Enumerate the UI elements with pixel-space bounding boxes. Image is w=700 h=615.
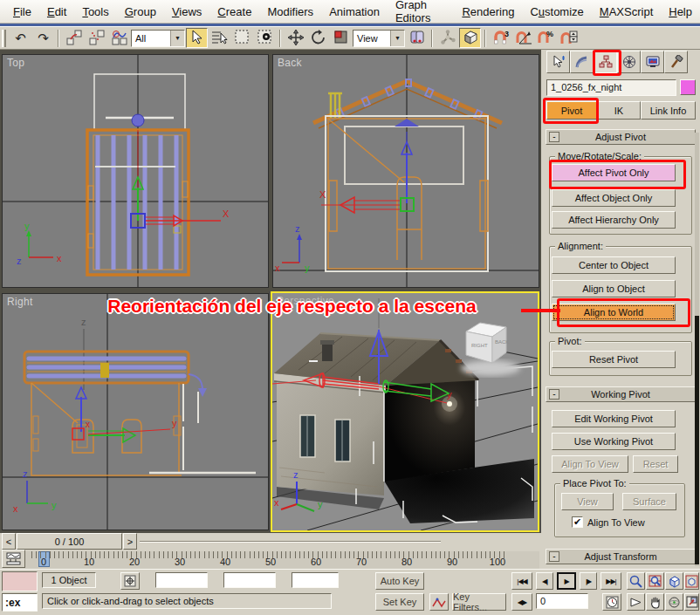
arc-rotate-button[interactable] — [665, 593, 683, 611]
align-to-view-checkbox[interactable]: ✔ — [572, 516, 583, 528]
object-color-swatch[interactable] — [680, 79, 696, 95]
rollout-adjust-transform[interactable]: - Adjust Transform — [546, 549, 696, 564]
go-to-start-button[interactable]: |◀◀ — [511, 572, 532, 590]
menu-tools[interactable]: Tools — [74, 5, 116, 18]
percent-snap-toggle-button[interactable]: % — [535, 28, 557, 48]
angle-snap-toggle-button[interactable] — [512, 28, 534, 48]
min-max-toggle-button[interactable] — [684, 593, 699, 611]
zoom-all-button[interactable] — [646, 572, 664, 590]
undo-button[interactable]: ↶ — [10, 28, 31, 48]
subtab-link-info[interactable]: Link Info — [641, 101, 696, 120]
affect-hierarchy-only-button[interactable]: Affect Hierarchy Only — [552, 211, 676, 229]
bind-to-space-warp-button[interactable] — [108, 28, 130, 48]
maxscript-mini-listener[interactable]: :ex — [2, 593, 38, 612]
tab-create[interactable] — [546, 51, 570, 73]
select-and-link-button[interactable] — [63, 28, 85, 48]
time-slider-next-button[interactable]: > — [123, 533, 137, 550]
menu-group[interactable]: Group — [117, 5, 164, 18]
zoom-extents-all-button[interactable] — [684, 572, 699, 590]
current-frame-field[interactable]: 0 — [536, 593, 588, 609]
field-of-view-button[interactable] — [627, 593, 645, 611]
window-crossing-button[interactable] — [254, 28, 276, 48]
viewport-top[interactable]: X y x z Top — [2, 54, 269, 288]
viewport-perspective[interactable]: y RIGHT BACK z x y Perspective — [271, 291, 539, 532]
key-filters-button[interactable]: Key Filters... — [452, 593, 506, 611]
tab-motion[interactable] — [617, 51, 641, 73]
menu-create[interactable]: Create — [209, 5, 259, 18]
subtab-pivot[interactable]: Pivot — [546, 101, 597, 120]
edit-working-pivot-button[interactable]: Edit Working Pivot — [552, 410, 676, 427]
viewport-back[interactable]: X z x y Back — [272, 54, 539, 288]
select-and-rotate-button[interactable] — [307, 28, 329, 48]
align-to-world-button[interactable]: Align to World — [552, 304, 676, 321]
go-to-end-button[interactable]: ▶▶| — [600, 572, 621, 590]
time-configuration-button[interactable] — [602, 593, 621, 611]
set-key-button[interactable]: Set Key — [375, 593, 424, 611]
rollout-adjust-pivot[interactable]: - Adjust Pivot — [546, 129, 696, 145]
next-frame-button[interactable]: |▶ — [580, 572, 597, 590]
use-working-pivot-button[interactable]: Use Working Pivot — [552, 433, 676, 450]
tab-display[interactable] — [641, 51, 664, 73]
menu-modifiers[interactable]: Modifiers — [259, 5, 321, 18]
zoom-extents-button[interactable] — [665, 572, 683, 590]
object-name-field[interactable]: 1_0256_fx_night — [546, 79, 676, 96]
selection-filter-dropdown[interactable]: All ▼ — [131, 30, 185, 47]
play-button[interactable]: ▶ — [557, 572, 576, 590]
align-to-view-button[interactable]: Align To View — [552, 455, 628, 473]
panel-scrollbar[interactable] — [695, 133, 699, 566]
subtab-ik[interactable]: IK — [597, 101, 641, 120]
align-to-object-button[interactable]: Align to Object — [552, 280, 676, 297]
place-pivot-view-button[interactable]: View — [561, 493, 614, 510]
reference-coord-system-dropdown[interactable]: View ▼ — [353, 30, 405, 47]
menu-animation[interactable]: Animation — [321, 5, 388, 18]
default-tangent-button[interactable] — [429, 593, 449, 611]
unlink-selection-button[interactable] — [86, 28, 107, 48]
x-coordinate-field[interactable] — [155, 572, 208, 588]
select-and-move-button[interactable] — [285, 28, 306, 48]
zoom-button[interactable] — [627, 572, 645, 590]
previous-frame-button[interactable]: ◀| — [536, 572, 553, 590]
pan-button[interactable] — [646, 593, 664, 611]
rectangular-selection-region-button[interactable] — [231, 28, 253, 48]
time-slider-track[interactable] — [140, 541, 441, 543]
y-coordinate-field[interactable] — [223, 572, 276, 588]
mini-curve-editor-button[interactable] — [2, 550, 25, 568]
menu-views[interactable]: Views — [164, 5, 209, 18]
select-by-name-button[interactable] — [209, 28, 230, 48]
viewport-right[interactable]: z y x z x y — [2, 293, 269, 530]
menu-graph-editors[interactable]: Graph Editors — [388, 0, 454, 24]
auto-key-button[interactable]: Auto Key — [375, 572, 424, 590]
toolbar-drag-handle[interactable] — [2, 30, 6, 47]
snap-toggle-3d-button[interactable]: 3 — [490, 28, 511, 48]
select-and-scale-button[interactable] — [330, 28, 352, 48]
panel-scrollbar-thumb[interactable] — [695, 316, 699, 564]
spinner-snap-toggle-button[interactable] — [558, 28, 580, 48]
rollout-working-pivot[interactable]: - Working Pivot — [546, 386, 696, 402]
tab-hierarchy[interactable] — [594, 51, 617, 73]
menu-rendering[interactable]: Rendering — [454, 5, 522, 18]
tab-utilities[interactable] — [664, 51, 688, 73]
menu-customize[interactable]: Customize — [522, 5, 591, 18]
menu-maxscript[interactable]: MAXScript — [592, 5, 661, 18]
reset-pivot-button[interactable]: Reset Pivot — [552, 351, 676, 368]
place-pivot-surface-button[interactable]: Surface — [622, 493, 676, 510]
keyboard-shortcut-override-toggle[interactable] — [459, 28, 481, 48]
menu-file[interactable]: File — [5, 5, 39, 18]
time-slider-value[interactable]: 0 / 100 — [17, 533, 122, 550]
macro-recorder-area[interactable] — [2, 571, 38, 591]
key-mode-toggle-button[interactable]: ◀▶ — [511, 593, 532, 611]
affect-pivot-only-button[interactable]: Affect Pivot Only — [552, 164, 676, 181]
affect-object-only-button[interactable]: Affect Object Only — [552, 189, 676, 207]
select-object-button[interactable] — [186, 28, 208, 48]
select-and-manipulate-button[interactable] — [436, 28, 458, 48]
menu-help[interactable]: Help — [661, 5, 700, 18]
reset-working-pivot-button[interactable]: Reset — [633, 455, 678, 473]
time-slider-prev-button[interactable]: < — [2, 533, 16, 550]
use-pivot-point-center-button[interactable] — [406, 28, 428, 48]
redo-button[interactable]: ↷ — [32, 28, 54, 48]
center-to-object-button[interactable]: Center to Object — [552, 256, 676, 274]
absolute-offset-mode-toggle[interactable] — [120, 572, 140, 590]
tab-modify[interactable] — [570, 51, 594, 73]
menu-edit[interactable]: Edit — [39, 5, 74, 18]
track-bar[interactable]: 0102030405060708090100 — [0, 551, 539, 569]
